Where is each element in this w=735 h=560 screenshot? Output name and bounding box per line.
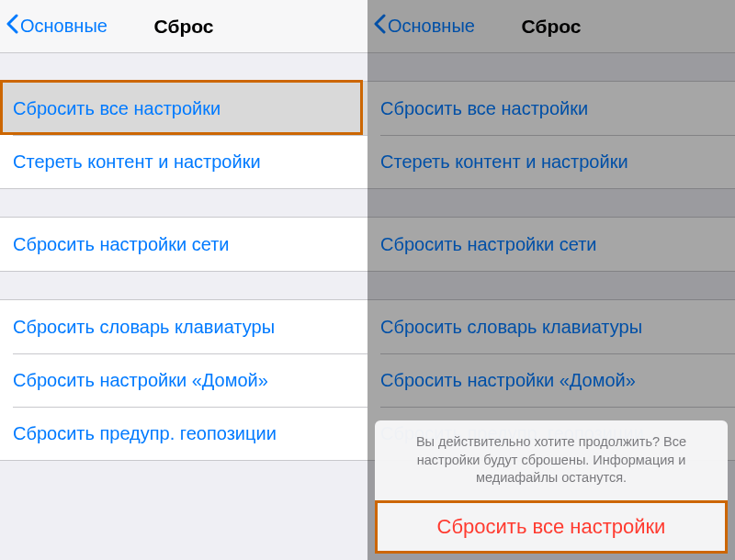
group-1: Сбросить все настройки Стереть контент и… xyxy=(368,81,735,189)
actionsheet: Вы действительно хотите продолжить? Все … xyxy=(375,420,728,553)
row-label: Сбросить настройки «Домой» xyxy=(380,370,636,391)
navbar: Основные Сброс xyxy=(368,0,735,53)
row-reset-all-settings[interactable]: Сбросить все настройки xyxy=(0,82,368,135)
row-label: Сбросить словарь клавиатуры xyxy=(13,317,275,338)
back-label: Основные xyxy=(20,16,107,37)
actionsheet-button-label: Сбросить все настройки xyxy=(437,515,666,539)
row-label: Сбросить словарь клавиатуры xyxy=(380,317,642,338)
actionsheet-destructive-button[interactable]: Сбросить все настройки xyxy=(375,501,728,553)
navbar: Основные Сброс xyxy=(0,0,368,53)
chevron-left-icon xyxy=(6,14,20,39)
row-reset-keyboard-dict[interactable]: Сбросить словарь клавиатуры xyxy=(0,300,368,353)
group-1: Сбросить все настройки Стереть контент и… xyxy=(0,81,368,189)
row-label: Стереть контент и настройки xyxy=(380,151,628,173)
left-pane: Основные Сброс Сбросить все настройки Ст… xyxy=(0,0,368,560)
row-reset-home-layout[interactable]: Сбросить настройки «Домой» xyxy=(380,353,735,407)
row-label: Сбросить настройки сети xyxy=(380,234,596,255)
row-label: Сбросить настройки «Домой» xyxy=(13,370,268,391)
row-label: Сбросить настройки сети xyxy=(13,234,229,255)
row-erase-content-settings[interactable]: Стереть контент и настройки xyxy=(13,135,368,188)
row-reset-keyboard-dict[interactable]: Сбросить словарь клавиатуры xyxy=(368,300,735,353)
chevron-left-icon xyxy=(373,14,388,39)
back-button[interactable]: Основные xyxy=(368,14,475,39)
row-reset-location-warnings[interactable]: Сбросить предупр. геопозиции xyxy=(13,407,368,460)
back-label: Основные xyxy=(388,16,475,37)
row-reset-home-layout[interactable]: Сбросить настройки «Домой» xyxy=(13,353,368,407)
back-button[interactable]: Основные xyxy=(0,14,107,39)
actionsheet-message: Вы действительно хотите продолжить? Все … xyxy=(375,420,728,501)
row-label: Сбросить все настройки xyxy=(13,98,220,119)
row-label: Сбросить предупр. геопозиции xyxy=(13,423,277,444)
row-reset-network[interactable]: Сбросить настройки сети xyxy=(368,218,735,271)
row-label: Стереть контент и настройки xyxy=(13,151,261,173)
row-reset-network[interactable]: Сбросить настройки сети xyxy=(0,218,368,271)
group-3: Сбросить словарь клавиатуры Сбросить нас… xyxy=(0,299,368,461)
row-reset-all-settings[interactable]: Сбросить все настройки xyxy=(368,82,735,135)
group-2: Сбросить настройки сети xyxy=(0,217,368,272)
right-pane: Основные Сброс Сбросить все настройки Ст… xyxy=(368,0,735,560)
row-label: Сбросить все настройки xyxy=(380,98,588,119)
group-2: Сбросить настройки сети xyxy=(368,217,735,272)
row-erase-content-settings[interactable]: Стереть контент и настройки xyxy=(380,135,735,188)
